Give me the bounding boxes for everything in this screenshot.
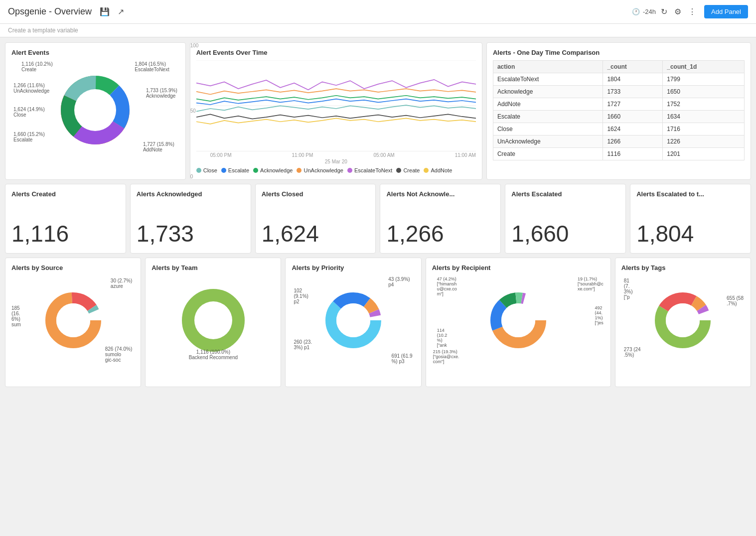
dashboard: Alert Events 1,804 (16.5%)EscalateToN bbox=[0, 37, 756, 392]
by-recipient-chart: 47 (4.2%)["himanshu@cxe.com"] 19 (1.7%)[… bbox=[432, 275, 605, 365]
table-row: UnAcknowledge12661226 bbox=[493, 135, 744, 148]
svg-point-27 bbox=[501, 303, 535, 337]
table-cell-count: 1804 bbox=[603, 73, 663, 86]
legend-escalate: Escalate bbox=[221, 167, 249, 173]
settings-icon[interactable]: ⚙ bbox=[672, 6, 683, 17]
donut-label-close: 1,624 (14.9%)Close bbox=[13, 107, 45, 118]
table-cell-action: Create bbox=[493, 148, 603, 160]
legend-dot-escalate bbox=[221, 168, 226, 173]
table-cell-count-1d: 1650 bbox=[663, 86, 745, 98]
top-bar-right: 🕐 -24h ↻ ⚙ ⋮ Add Panel bbox=[632, 5, 748, 18]
legend-label-unacknowledge: UnAcknowledge bbox=[303, 167, 343, 173]
x-date: 05:00 AM bbox=[373, 152, 394, 158]
stat-title-escalated: Alerts Escalated bbox=[511, 190, 619, 198]
recipient-label-sourabh: 19 (1.7%)["sourabh@cxe.com"] bbox=[578, 276, 604, 291]
legend-label-close: Close bbox=[203, 167, 217, 173]
col-count-1d: _count_1d bbox=[663, 61, 745, 73]
table-cell-count: 1660 bbox=[603, 111, 663, 123]
alert-events-chart: 1,804 (16.5%)EscalateToNext 1,733 (15.9%… bbox=[11, 60, 179, 160]
page-title: Opsgenie - Overview bbox=[8, 6, 92, 17]
by-team-title: Alerts by Team bbox=[151, 264, 275, 271]
legend-unacknowledge: UnAcknowledge bbox=[297, 167, 343, 173]
panel-stat-escalated: Alerts Escalated 1,660 bbox=[505, 184, 626, 254]
table-cell-action: Close bbox=[493, 123, 603, 135]
x-label-2: 11:00 PM bbox=[292, 152, 313, 158]
table-cell-count: 1624 bbox=[603, 123, 663, 135]
by-tags-title: Alerts by Tags bbox=[621, 264, 745, 271]
panel-by-tags: Alerts by Tags 81(7.3%)["p 273 (24.5%) 6… bbox=[615, 258, 751, 387]
table-cell-action: UnAcknowledge bbox=[493, 135, 603, 148]
donut-label-unacknowledge: 1,266 (11.6%)UnAcknowledge bbox=[13, 83, 49, 94]
x-label-1: 05:00 PM bbox=[210, 152, 232, 158]
export-icon[interactable]: ↗ bbox=[116, 6, 126, 17]
by-priority-donut bbox=[321, 288, 386, 353]
more-icon[interactable]: ⋮ bbox=[686, 6, 698, 17]
table-cell-count-1d: 1799 bbox=[663, 73, 745, 86]
alert-comparison-title: Alerts - One Day Time Comparison bbox=[493, 49, 745, 56]
time-range: -24h bbox=[643, 8, 656, 15]
donut-label-escalate-next: 1,804 (16.5%)EscalateToNext bbox=[135, 61, 169, 72]
row-1: Alert Events 1,804 (16.5%)EscalateToN bbox=[5, 42, 751, 180]
legend-addnote: AddNote bbox=[424, 167, 452, 173]
stat-title-closed: Alerts Closed bbox=[262, 190, 370, 198]
panel-by-priority: Alerts by Priority 43 (3.9%)p4 102(9.1%)… bbox=[285, 258, 421, 387]
table-cell-count-1d: 1752 bbox=[663, 98, 745, 111]
table-cell-count: 1733 bbox=[603, 86, 663, 98]
priority-label-p3: 691 (61.9%) p3 bbox=[391, 353, 412, 364]
alert-events-over-time-title: Alert Events Over Time bbox=[196, 49, 476, 56]
stat-value-acknowledged: 1,733 bbox=[137, 210, 245, 247]
legend-dot-acknowledge bbox=[253, 168, 258, 173]
donut-label-addnote: 1,727 (15.8%)AddNote bbox=[143, 141, 174, 152]
col-action: action bbox=[493, 61, 603, 73]
table-row: EscalateToNext18041799 bbox=[493, 73, 744, 86]
tags-label-2: 273 (24.5%) bbox=[624, 347, 641, 358]
stat-title-created: Alerts Created bbox=[11, 190, 120, 198]
time-control: 🕐 -24h ↻ ⚙ ⋮ bbox=[632, 6, 698, 17]
by-tags-donut bbox=[650, 288, 715, 353]
table-cell-count-1d: 1634 bbox=[663, 111, 745, 123]
by-source-chart: 30 (2.7%)azure 185(16.6%)sum 826 (74.0%)… bbox=[11, 275, 135, 365]
recipient-label-himansh: 47 (4.2%)["himanshu@cxe.com"] bbox=[437, 276, 457, 296]
add-panel-button[interactable]: Add Panel bbox=[704, 5, 748, 18]
refresh-icon[interactable]: ↻ bbox=[659, 6, 669, 17]
panel-stat-acknowledged: Alerts Acknowledged 1,733 bbox=[130, 184, 251, 254]
stat-value-closed: 1,624 bbox=[262, 210, 370, 247]
legend-acknowledge: Acknowledge bbox=[253, 167, 293, 173]
table-cell-action: EscalateToNext bbox=[493, 73, 603, 86]
source-label-sum: 185(16.6%)sum bbox=[11, 305, 21, 327]
donut-label-acknowledge: 1,733 (15.9%)Acknowledge bbox=[146, 88, 177, 99]
stat-value-created: 1,116 bbox=[11, 210, 120, 247]
by-recipient-title: Alerts by Recipient bbox=[432, 264, 605, 271]
svg-point-21 bbox=[336, 303, 370, 337]
recipient-label-gosia: 215 (19.3%)["gosia@cxe.com"] bbox=[433, 349, 459, 364]
alert-events-title: Alert Events bbox=[11, 49, 179, 56]
panel-alert-events-over-time: Alert Events Over Time 100 50 0 bbox=[190, 42, 482, 180]
clock-icon: 🕐 bbox=[632, 8, 640, 15]
stat-title-acknowledged: Alerts Acknowledged bbox=[137, 190, 245, 198]
table-cell-action: Acknowledge bbox=[493, 86, 603, 98]
priority-label-p2: 102(9.1%)p2 bbox=[294, 288, 308, 304]
svg-point-32 bbox=[666, 303, 700, 337]
table-cell-count: 1727 bbox=[603, 98, 663, 111]
col-count: _count bbox=[603, 61, 663, 73]
legend-label-acknowledge: Acknowledge bbox=[260, 167, 293, 173]
by-source-title: Alerts by Source bbox=[11, 264, 135, 271]
panel-stat-escalated_to: Alerts Escalated to t... 1,804 bbox=[630, 184, 751, 254]
panel-stat-closed: Alerts Closed 1,624 bbox=[255, 184, 376, 254]
legend-label-create: Create bbox=[403, 167, 420, 173]
row-2-stats: Alerts Created 1,116 Alerts Acknowledged… bbox=[5, 184, 751, 254]
svg-point-14 bbox=[56, 303, 90, 337]
table-cell-action: AddNote bbox=[493, 98, 603, 111]
panel-alert-events: Alert Events 1,804 (16.5%)EscalateToN bbox=[5, 42, 186, 180]
table-row: Close16241716 bbox=[493, 123, 744, 135]
panel-by-source: Alerts by Source 30 (2.7%)azure 185(16.6… bbox=[5, 258, 141, 387]
y-label-100: 100 bbox=[190, 43, 202, 48]
legend-create: Create bbox=[396, 167, 420, 173]
panel-alert-comparison: Alerts - One Day Time Comparison action … bbox=[486, 42, 751, 180]
legend-dot-create bbox=[396, 168, 401, 173]
svg-point-7 bbox=[74, 89, 116, 131]
save-icon[interactable]: 💾 bbox=[98, 6, 112, 17]
legend-label-addnote: AddNote bbox=[431, 167, 452, 173]
panel-stat-not_acknowledged: Alerts Not Acknowle... 1,266 bbox=[380, 184, 501, 254]
legend-label-escalate-next: EscalateToNext bbox=[354, 167, 392, 173]
